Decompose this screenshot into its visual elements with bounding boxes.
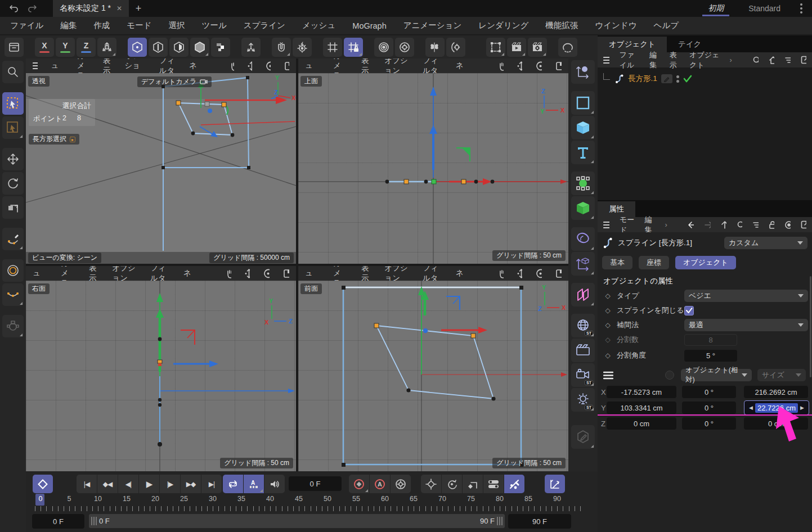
object-row-rectangle[interactable]: 長方形.1 (598, 72, 812, 85)
sky-object-button[interactable]: ST (571, 314, 595, 337)
up-arrow-icon[interactable] (721, 220, 726, 229)
spline-pen-tool[interactable] (2, 228, 24, 250)
y-size-selected-text[interactable]: 22.7226 cm (755, 403, 798, 413)
hamburger-icon[interactable] (603, 56, 609, 64)
close-spline-checkbox[interactable] (684, 306, 694, 315)
menu-edit[interactable]: 編集 (60, 20, 77, 31)
coord-lock-dot[interactable] (665, 371, 674, 380)
attribute-scrollbar[interactable] (810, 276, 811, 377)
menu-window[interactable]: ウインドウ (595, 20, 636, 31)
dolly-icon[interactable] (248, 61, 252, 71)
undo-icon[interactable] (8, 3, 19, 13)
key-position-button[interactable] (421, 475, 441, 493)
key-rotation-button[interactable] (442, 475, 462, 493)
hamburger-icon[interactable] (603, 221, 609, 229)
size-mode-dropdown[interactable]: サイズ (757, 369, 806, 381)
attr-tab-basic[interactable]: 基本 (602, 256, 632, 269)
viewport-front[interactable]: ビュー カメラ 表示 オプション フィルタ パネル (298, 266, 568, 471)
lock-x-axis-button[interactable]: X (35, 38, 54, 57)
snap-settings-button[interactable] (293, 38, 312, 57)
autokey-mode-button[interactable]: A (244, 475, 264, 493)
coordinate-system-button[interactable] (97, 38, 116, 57)
layout-tab-initial[interactable]: 初期 (702, 1, 729, 16)
maximize-view-icon[interactable] (555, 269, 562, 278)
prev-key-button[interactable]: ◆◀ (97, 475, 118, 493)
orbit-icon[interactable] (536, 61, 542, 71)
enabled-check-icon[interactable] (683, 75, 692, 83)
attr-menu-overflow[interactable]: › (665, 220, 667, 229)
preset-dropdown[interactable]: カスタム (724, 237, 807, 249)
poly-select-tool[interactable] (2, 116, 24, 139)
modeling-gear-button[interactable] (395, 38, 414, 57)
camera-object-button[interactable]: ST (571, 363, 595, 387)
viewport-top[interactable]: ビュー カメラ 表示 オプション フィルタ パネル (298, 58, 568, 264)
viewport-top-canvas[interactable]: Z X Y 上面 グリッド間隔 : 50 cm (298, 73, 568, 264)
x-rotation-field[interactable]: 0 ° (682, 386, 736, 398)
record-button[interactable] (349, 475, 369, 493)
interpolation-dropdown[interactable]: 最適 (684, 319, 808, 331)
edges-mode-button[interactable] (149, 38, 168, 57)
target-icon[interactable] (784, 220, 791, 229)
model-mode-button[interactable] (190, 38, 209, 57)
dolly-icon[interactable] (245, 269, 250, 278)
menu-file[interactable]: ファイル (10, 20, 43, 31)
maximize-view-icon[interactable] (284, 61, 289, 71)
menu-mesh[interactable]: メッシュ (302, 20, 335, 31)
keying-settings-button[interactable] (391, 475, 411, 493)
external-window-icon[interactable] (801, 56, 806, 64)
om-menu-objects[interactable]: オブジェクト (689, 50, 719, 70)
y-position-field[interactable]: 103.3341 cm (607, 402, 676, 414)
lock-z-axis-button[interactable]: Z (77, 38, 96, 57)
viewport-front-canvas[interactable]: Y X Z 前面 グリッド間隔 : 50 cm (298, 281, 568, 471)
rotate-tool[interactable] (2, 172, 24, 195)
close-tab-icon[interactable]: ✕ (116, 4, 122, 12)
back-arrow-icon[interactable] (688, 221, 694, 229)
loop-playback-button[interactable] (223, 475, 243, 493)
new-tab-button[interactable]: + (129, 3, 148, 15)
volume-builder-button[interactable] (571, 196, 595, 220)
menu-help[interactable]: ヘルプ (654, 20, 679, 31)
goto-start-button[interactable]: |◀ (77, 475, 97, 493)
om-menu-view[interactable]: 表示 (670, 50, 679, 70)
symmetry-button[interactable] (425, 38, 445, 57)
points-mode-button[interactable] (128, 38, 147, 57)
autokey-button[interactable]: A (370, 475, 390, 493)
coord-mode-dropdown[interactable]: オブジェクト(相対) (681, 369, 752, 381)
maximize-view-icon[interactable] (283, 269, 289, 278)
grid-button[interactable] (323, 38, 342, 57)
render-view-button[interactable] (486, 38, 505, 57)
external-window-icon[interactable] (801, 220, 806, 229)
prev-frame-button[interactable]: ◀| (118, 475, 138, 493)
forward-arrow-icon[interactable] (704, 221, 711, 229)
orbit-icon[interactable] (263, 269, 270, 278)
snap-button[interactable] (272, 38, 291, 57)
attr-tab-object[interactable]: オブジェクト (675, 256, 736, 269)
menu-mode[interactable]: モード (127, 20, 151, 31)
camera-chip[interactable]: デフォルトカメラ (137, 76, 212, 87)
keyframe-diamond-icon[interactable]: ◇ (603, 321, 612, 329)
polygons-mode-button[interactable] (169, 38, 189, 57)
move-tool[interactable] (2, 148, 24, 170)
save-project-button[interactable] (5, 38, 24, 57)
goto-end-button[interactable]: ▶| (201, 475, 222, 493)
timeline-ruler[interactable]: 0 5 10 15 20 25 30 35 40 45 50 55 60 65 … (26, 494, 598, 512)
key-parameters-button[interactable] (483, 475, 504, 493)
pan-hand-icon[interactable] (497, 269, 504, 278)
z-size-field[interactable]: 0 cm (744, 417, 808, 430)
interactive-render-button[interactable] (558, 38, 577, 57)
range-left-handle[interactable] (91, 517, 97, 525)
current-frame-field[interactable]: 0 F (289, 476, 342, 491)
om-menu-file[interactable]: ファイル (620, 50, 640, 70)
viewport-label-right[interactable]: 右面 (28, 283, 50, 294)
menu-animation[interactable]: アニメーション (403, 20, 462, 31)
range-right-handle[interactable] (497, 517, 503, 525)
menu-spline[interactable]: スプライン (244, 20, 285, 31)
spline-pen-group-button[interactable] (571, 60, 595, 84)
x-size-field[interactable]: 216.2692 cm (744, 386, 808, 398)
type-dropdown[interactable]: ベジエ (684, 290, 808, 302)
x-position-field[interactable]: -17.5273 cm (607, 386, 676, 398)
attr-tab-coordinates[interactable]: 座標 (639, 256, 669, 269)
edit-disabled-button[interactable] (571, 425, 595, 449)
viewport-label-top[interactable]: 上面 (300, 76, 322, 87)
play-button[interactable]: ▶ (139, 475, 159, 493)
